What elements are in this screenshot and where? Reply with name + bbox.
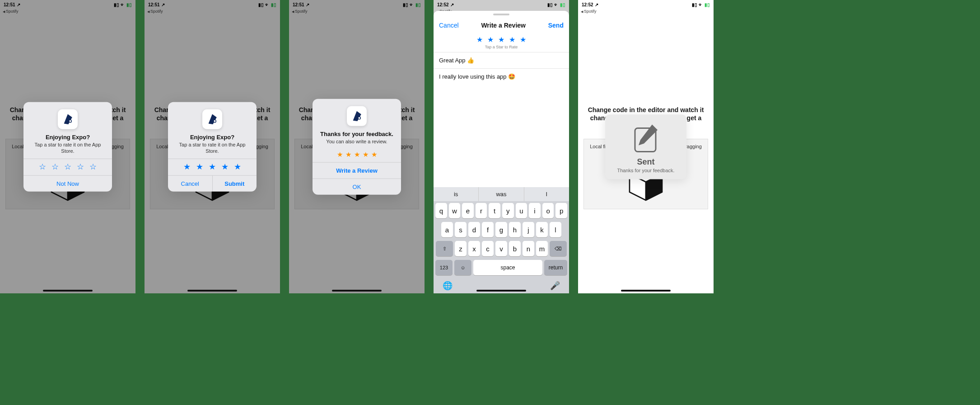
star-rating-readonly: ★ ★ ★ ★ ★	[313, 149, 401, 162]
key-c[interactable]: c	[482, 241, 494, 256]
key-j[interactable]: j	[523, 222, 534, 237]
key-m[interactable]: m	[536, 241, 548, 256]
home-indicator[interactable]	[476, 290, 526, 292]
key-y[interactable]: y	[502, 203, 514, 218]
sent-toast: Sent Thanks for your feedback.	[605, 114, 686, 179]
numbers-key[interactable]: 123	[435, 260, 453, 275]
cancel-button[interactable]: Cancel	[168, 176, 212, 192]
space-key[interactable]: space	[473, 260, 542, 275]
star-5[interactable]: ★	[234, 163, 241, 171]
return-key[interactable]: return	[544, 260, 567, 275]
star-5[interactable]: ☆	[89, 163, 97, 171]
key-f[interactable]: f	[482, 222, 494, 237]
thanks-alert: Thanks for your feedback. You can also w…	[313, 99, 401, 194]
key-p[interactable]: p	[555, 203, 567, 218]
key-l[interactable]: l	[550, 222, 561, 237]
ok-button[interactable]: OK	[313, 179, 401, 195]
emoji-key[interactable]: ☺	[454, 260, 471, 275]
star-1[interactable]: ☆	[39, 163, 46, 171]
signal-icon: ▮▯	[403, 2, 408, 7]
star-3[interactable]: ★	[209, 163, 216, 171]
svg-marker-13	[353, 111, 361, 121]
review-body-input[interactable]: I really love using this app 🤩	[434, 69, 569, 85]
key-t[interactable]: t	[489, 203, 500, 218]
key-r[interactable]: r	[476, 203, 487, 218]
sheet-grabber[interactable]	[493, 14, 509, 15]
key-d[interactable]: d	[468, 222, 480, 237]
star-2[interactable]: ☆	[51, 163, 59, 171]
home-indicator[interactable]	[187, 290, 237, 292]
svg-marker-3	[64, 114, 72, 124]
home-indicator[interactable]	[621, 290, 671, 292]
star-rating-row: ☆ ☆ ☆ ☆ ☆	[23, 159, 112, 175]
star-5: ★	[371, 151, 377, 158]
star-1[interactable]: ★	[183, 163, 191, 171]
star-5[interactable]: ★	[520, 35, 526, 44]
star-2[interactable]: ★	[196, 163, 203, 171]
battery-icon: ▮▯	[126, 2, 132, 7]
status-indicators: ▮▯ ᯤ ▮▯	[258, 2, 276, 7]
location-icon: ↗	[595, 2, 598, 7]
signal-icon: ▮▯	[258, 2, 264, 7]
app-icon	[347, 106, 367, 126]
key-a[interactable]: a	[441, 222, 453, 237]
key-q[interactable]: q	[435, 203, 447, 218]
review-title-input[interactable]: Great App 👍	[434, 52, 569, 69]
status-bar: 12:51 ↗ ▮▯ ᯤ ▮▯	[0, 0, 135, 9]
star-2[interactable]: ★	[487, 35, 494, 44]
not-now-button[interactable]: Not Now	[23, 176, 112, 192]
predict-2[interactable]: was	[478, 187, 523, 201]
signal-icon: ▮▯	[114, 2, 119, 7]
key-i[interactable]: i	[529, 203, 541, 218]
shift-key[interactable]: ⇧	[436, 241, 453, 256]
location-icon: ↗	[17, 2, 20, 7]
key-o[interactable]: o	[542, 203, 554, 218]
star-4[interactable]: ★	[509, 35, 515, 44]
key-z[interactable]: z	[455, 241, 467, 256]
key-k[interactable]: k	[536, 222, 548, 237]
send-button[interactable]: Send	[548, 22, 564, 29]
key-v[interactable]: v	[495, 241, 507, 256]
star-3[interactable]: ★	[498, 35, 504, 44]
key-row-1: q w e r t y u i o p	[434, 201, 569, 220]
toast-subtitle: Thanks for your feedback.	[610, 167, 682, 173]
home-indicator[interactable]	[43, 290, 93, 292]
home-indicator[interactable]	[332, 290, 382, 292]
rating-alert: Enjoying Expo? Tap a star to rate it on …	[23, 102, 112, 192]
key-g[interactable]: g	[495, 222, 507, 237]
key-n[interactable]: n	[523, 241, 534, 256]
cancel-button[interactable]: Cancel	[439, 22, 459, 29]
key-h[interactable]: h	[509, 222, 521, 237]
star-4[interactable]: ★	[221, 163, 229, 171]
app-icon	[202, 109, 222, 129]
key-s[interactable]: s	[455, 222, 467, 237]
submit-button[interactable]: Submit	[212, 176, 257, 192]
svg-point-14	[358, 117, 361, 119]
status-indicators: ▮▯ ᯤ ▮▯	[692, 2, 710, 7]
mic-icon[interactable]: 🎤	[550, 281, 560, 291]
location-icon: ↗	[306, 2, 309, 7]
star-1[interactable]: ★	[476, 35, 483, 44]
wifi-icon: ᯤ	[699, 2, 703, 7]
battery-icon: ▮▯	[560, 2, 565, 7]
key-x[interactable]: x	[468, 241, 480, 256]
predict-1[interactable]: is	[434, 187, 478, 201]
key-w[interactable]: w	[449, 203, 461, 218]
predict-3[interactable]: I	[524, 187, 569, 201]
svg-marker-8	[209, 114, 217, 124]
key-e[interactable]: e	[462, 203, 474, 218]
key-u[interactable]: u	[516, 203, 527, 218]
alert-title: Thanks for your feedback.	[313, 130, 401, 138]
globe-icon[interactable]: 🌐	[443, 281, 453, 291]
status-bar: 12:51 ↗ ▮▯ ᯤ ▮▯	[289, 0, 425, 9]
write-review-button[interactable]: Write a Review	[313, 163, 401, 179]
star-4[interactable]: ☆	[77, 163, 84, 171]
key-b[interactable]: b	[509, 241, 521, 256]
status-bar: 12:51 ↗ ▮▯ ᯤ ▮▯	[145, 0, 280, 9]
alert-title: Enjoying Expo?	[168, 133, 257, 141]
backspace-key[interactable]: ⌫	[550, 241, 567, 256]
sheet-title: Write a Review	[481, 22, 526, 29]
key-row-2: a s d f g h j k l	[434, 220, 569, 239]
predictive-row: is was I	[434, 187, 569, 201]
star-3[interactable]: ☆	[64, 163, 71, 171]
